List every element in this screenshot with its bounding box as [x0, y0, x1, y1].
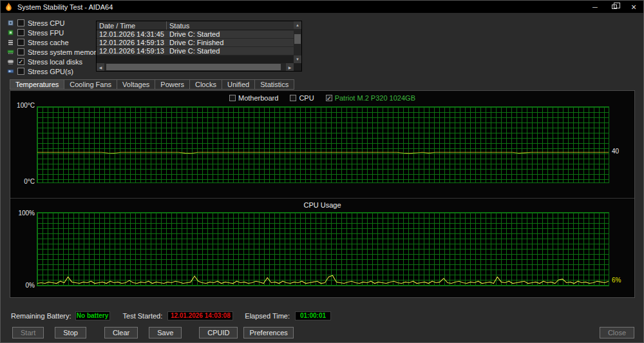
stress-memory-checkbox[interactable]	[17, 48, 24, 55]
tab-cooling-fans[interactable]: Cooling Fans	[64, 79, 117, 90]
legend-item-cpu[interactable]: CPU	[290, 94, 314, 102]
stress-options-panel: Stress CPU Stress FPU Stress cache Stres…	[7, 19, 100, 75]
memory-icon	[7, 48, 14, 55]
stress-disks-label: Stress local disks	[28, 58, 82, 66]
elapsed-time-value: 01:00:01	[295, 311, 331, 320]
close-window-button[interactable]: ×	[624, 1, 643, 13]
log-vertical-scrollbar[interactable]: ▲ ▼	[294, 21, 301, 63]
minimize-icon: ─	[592, 3, 598, 11]
legend-patriot-label: Patriot M.2 P320 1024GB	[335, 94, 415, 102]
log-cell-datetime: 12.01.2026 14:59:13	[97, 39, 167, 46]
chart-legend: Motherboard CPU ✓ Patriot M.2 P320 1024G…	[10, 94, 634, 102]
log-column-status[interactable]: Status	[167, 21, 294, 30]
tab-powers[interactable]: Powers	[155, 79, 190, 90]
event-log: Date / Time Status 12.01.2026 14:31:45 D…	[96, 21, 302, 72]
stress-option-cache[interactable]: Stress cache	[7, 39, 100, 46]
legend-cpu-checkbox[interactable]	[290, 95, 296, 101]
clear-button[interactable]: Clear	[104, 327, 138, 338]
battery-label: Remaining Battery:	[11, 312, 71, 320]
stress-fpu-label: Stress FPU	[28, 29, 64, 37]
tab-unified[interactable]: Unified	[222, 79, 255, 90]
log-header: Date / Time Status	[97, 21, 294, 30]
legend-item-patriot-ssd[interactable]: ✓ Patriot M.2 P320 1024GB	[326, 94, 415, 102]
preferences-button[interactable]: Preferences	[243, 327, 293, 338]
cpu-usage-title: CPU Usage	[10, 201, 634, 209]
log-row[interactable]: 12.01.2026 14:31:45 Drive C: Started	[97, 30, 294, 39]
battery-value: No battery	[75, 311, 110, 320]
scroll-down-icon[interactable]: ▼	[294, 55, 301, 63]
window-controls: ─ ×	[585, 1, 643, 13]
window-title: System Stability Test - AIDA64	[17, 3, 113, 11]
stress-cpu-checkbox[interactable]	[17, 19, 24, 26]
app-window: System Stability Test - AIDA64 ─ × Stres…	[0, 0, 644, 343]
legend-patriot-checkbox[interactable]: ✓	[326, 95, 332, 101]
stress-gpu-label: Stress GPU(s)	[28, 68, 73, 75]
stop-button[interactable]: Stop	[55, 327, 86, 338]
minimize-button[interactable]: ─	[585, 1, 605, 13]
tab-clocks[interactable]: Clocks	[189, 79, 222, 90]
legend-item-motherboard[interactable]: Motherboard	[229, 94, 278, 102]
cache-icon	[7, 39, 14, 46]
log-cell-datetime: 12.01.2026 14:59:13	[97, 47, 167, 55]
cpu-usage-line-series	[37, 213, 609, 286]
stress-option-cpu[interactable]: Stress CPU	[7, 19, 100, 26]
disk-icon	[7, 58, 14, 65]
test-started-value: 12.01.2026 14:03:08	[167, 311, 233, 320]
cpu-axis-max-label: 100%	[10, 210, 35, 217]
temp-axis-max-label: 100°C	[10, 102, 35, 109]
stress-memory-label: Stress system memory	[28, 48, 100, 56]
stress-option-gpu[interactable]: Stress GPU(s)	[7, 68, 100, 75]
stress-fpu-checkbox[interactable]	[17, 29, 24, 36]
stress-option-fpu[interactable]: Stress FPU	[7, 29, 100, 36]
scroll-up-icon[interactable]: ▲	[294, 21, 301, 29]
log-cell-status: Drive C: Finished	[167, 39, 226, 46]
temperature-chart	[37, 106, 609, 183]
save-button[interactable]: Save	[149, 327, 182, 338]
legend-motherboard-checkbox[interactable]	[229, 95, 236, 101]
vscroll-thumb[interactable]	[294, 34, 301, 43]
cpu-axis-min-label: 0%	[10, 282, 35, 289]
stress-cache-label: Stress cache	[28, 39, 69, 46]
legend-cpu-label: CPU	[299, 94, 314, 102]
fpu-icon	[7, 29, 14, 36]
tab-temperatures[interactable]: Temperatures	[10, 79, 64, 90]
log-cell-status: Drive C: Started	[167, 30, 222, 38]
stress-disks-checkbox[interactable]: ✓	[17, 58, 24, 65]
hscroll-track[interactable]	[104, 63, 286, 71]
test-started-label: Test Started:	[123, 312, 163, 320]
titlebar: System Stability Test - AIDA64 ─ ×	[1, 1, 643, 13]
start-button[interactable]: Start	[12, 327, 44, 338]
elapsed-time-label: Elapsed Time:	[245, 312, 290, 320]
stress-gpu-checkbox[interactable]	[17, 68, 24, 75]
log-column-datetime[interactable]: Date / Time	[97, 21, 167, 30]
tab-voltages[interactable]: Voltages	[117, 79, 155, 90]
scroll-right-icon[interactable]: ▶	[286, 63, 294, 71]
stress-cpu-label: Stress CPU	[28, 19, 64, 27]
log-body: 12.01.2026 14:31:45 Drive C: Started 12.…	[97, 30, 294, 55]
cpu-usage-chart	[37, 212, 609, 286]
vscroll-track[interactable]	[294, 29, 301, 55]
stress-cache-checkbox[interactable]	[17, 39, 24, 46]
log-row[interactable]: 12.01.2026 14:59:13 Drive C: Started	[97, 47, 294, 55]
aida64-flame-icon	[5, 3, 13, 11]
temp-current-value: 40	[612, 148, 619, 155]
gpu-icon	[7, 68, 14, 75]
scroll-left-icon[interactable]: ◀	[97, 63, 104, 71]
stress-option-memory[interactable]: Stress system memory	[7, 48, 100, 55]
chart-tabs: Temperatures Cooling Fans Voltages Power…	[10, 79, 294, 90]
close-button[interactable]: Close	[600, 327, 634, 338]
hscroll-thumb[interactable]	[106, 64, 281, 70]
cpuid-button[interactable]: CPUID	[199, 327, 238, 338]
cpu-icon	[7, 19, 14, 26]
log-row[interactable]: 12.01.2026 14:59:13 Drive C: Finished	[97, 39, 294, 47]
close-icon: ×	[631, 2, 636, 12]
status-bar: Remaining Battery: No battery Test Start…	[11, 311, 331, 320]
restore-button[interactable]	[605, 1, 624, 13]
log-cell-datetime: 12.01.2026 14:31:45	[97, 30, 167, 38]
cpu-current-value: 6%	[612, 277, 621, 284]
legend-motherboard-label: Motherboard	[238, 94, 278, 102]
tab-statistics[interactable]: Statistics	[254, 79, 294, 90]
stress-option-disks[interactable]: ✓ Stress local disks	[7, 58, 100, 65]
log-horizontal-scrollbar[interactable]: ◀ ▶	[97, 63, 294, 71]
action-buttons: Start Stop Clear Save CPUID Preferences …	[12, 326, 634, 338]
